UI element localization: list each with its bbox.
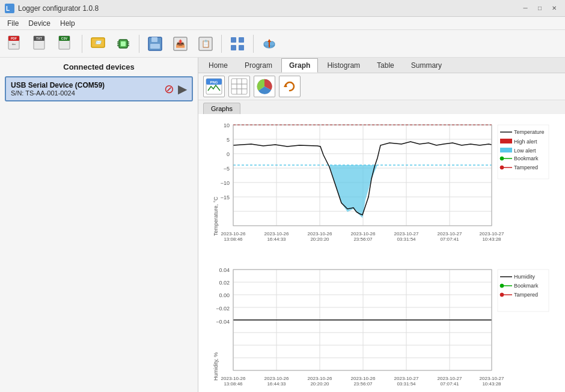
svg-text:−10: −10 <box>221 180 230 186</box>
svg-text:Temperature: Temperature <box>514 129 545 135</box>
svg-text:2023-10-27: 2023-10-27 <box>438 231 462 237</box>
svg-text:2023-10-26: 2023-10-26 <box>221 231 246 237</box>
svg-text:2023-10-27: 2023-10-27 <box>394 231 419 237</box>
svg-text:2023-10-26: 2023-10-26 <box>351 231 376 237</box>
svg-text:03:31:54: 03:31:54 <box>397 381 416 387</box>
pie-chart-btn[interactable] <box>254 76 275 97</box>
grid-btn[interactable] <box>227 33 248 55</box>
svg-rect-29 <box>231 37 236 43</box>
svg-text:Tampered: Tampered <box>514 164 538 170</box>
menu-device[interactable]: Device <box>23 18 55 29</box>
svg-text:10:43:28: 10:43:28 <box>482 381 501 387</box>
toolbar-sep-4 <box>253 35 254 53</box>
svg-text:Temperature, °C: Temperature, °C <box>213 196 219 236</box>
svg-text:10: 10 <box>224 122 230 128</box>
svg-text:2023-10-27: 2023-10-27 <box>438 376 462 381</box>
svg-rect-30 <box>239 37 244 43</box>
export-btn[interactable]: 📤 <box>170 33 191 55</box>
temperature-chart: 10 5 0 −5 −10 −15 <box>203 119 560 259</box>
svg-text:2023-10-27: 2023-10-27 <box>394 376 419 381</box>
svg-rect-41 <box>231 79 247 94</box>
graphs-content[interactable]: 10 5 0 −5 −10 −15 <box>198 114 565 392</box>
sidebar-title: Connected devices <box>5 62 193 71</box>
svg-rect-91 <box>500 139 512 143</box>
import-btn[interactable]: 📨 <box>87 33 109 55</box>
svg-text:07:07:41: 07:07:41 <box>440 381 459 387</box>
csv-btn[interactable]: CSV <box>55 33 77 55</box>
svg-text:20:20:20: 20:20:20 <box>310 237 329 242</box>
window-title: Logger configurator 1.0.8 <box>18 4 519 13</box>
svg-text:High alert: High alert <box>514 139 537 145</box>
humidity-chart: 0.04 0.02 0.00 −0.02 −0.04 Humidity, % 2… <box>203 264 560 392</box>
save-btn[interactable] <box>144 33 166 55</box>
svg-text:2023-10-27: 2023-10-27 <box>480 376 504 381</box>
nav-tabs: Home Program Graph Histogram Table Summa… <box>198 58 565 73</box>
svg-text:16:44:33: 16:44:33 <box>267 237 286 242</box>
svg-text:10:43:28: 10:43:28 <box>482 237 501 242</box>
tab-home[interactable]: Home <box>201 58 236 73</box>
svg-text:13:08:46: 13:08:46 <box>224 237 243 242</box>
svg-text:23:56:07: 23:56:07 <box>353 381 373 387</box>
svg-text:−15: −15 <box>221 194 230 201</box>
svg-rect-15 <box>121 41 126 46</box>
menu-bar: File Device Help <box>0 17 565 30</box>
menu-file[interactable]: File <box>2 18 23 29</box>
svg-text:PNG: PNG <box>210 80 218 84</box>
svg-rect-23 <box>151 37 157 42</box>
close-btn[interactable]: ✕ <box>548 4 560 13</box>
tab-program[interactable]: Program <box>237 58 280 73</box>
svg-text:0.00: 0.00 <box>219 292 230 298</box>
tab-summary[interactable]: Summary <box>403 58 450 73</box>
svg-text:2023-10-26: 2023-10-26 <box>308 376 332 381</box>
device-navigate-icon[interactable]: ▶ <box>178 82 187 96</box>
graphs-tab[interactable]: Graphs <box>203 103 240 114</box>
svg-text:2023-10-26: 2023-10-26 <box>308 231 332 237</box>
svg-text:doc: doc <box>12 43 16 46</box>
svg-text:13:08:46: 13:08:46 <box>224 381 243 387</box>
upload-cloud-btn[interactable] <box>258 33 280 55</box>
svg-rect-93 <box>500 148 512 152</box>
main-container: Connected devices USB Serial Device (COM… <box>0 58 565 392</box>
chip-btn[interactable] <box>112 33 134 55</box>
svg-rect-32 <box>239 45 244 50</box>
device-serial: S/N: TS-AA-001-0024 <box>11 89 164 97</box>
svg-text:Bookmark: Bookmark <box>514 155 539 161</box>
svg-text:0.02: 0.02 <box>219 280 230 286</box>
tab-histogram[interactable]: Histogram <box>319 58 368 73</box>
main-toolbar: PDF doc TXT CSV 📨 <box>0 30 565 58</box>
svg-text:−0.04: −0.04 <box>216 319 230 325</box>
svg-text:📋: 📋 <box>201 39 210 48</box>
svg-text:−5: −5 <box>224 166 230 172</box>
svg-text:Humidity, %: Humidity, % <box>213 352 219 381</box>
svg-text:23:56:07: 23:56:07 <box>353 237 373 242</box>
svg-marker-37 <box>267 39 271 42</box>
minimize-btn[interactable]: ─ <box>519 4 531 13</box>
pdf-btn[interactable]: PDF doc <box>5 33 26 55</box>
svg-text:2023-10-26: 2023-10-26 <box>221 376 246 381</box>
svg-text:2023-10-27: 2023-10-27 <box>480 231 504 237</box>
device-item[interactable]: USB Serial Device (COM59) S/N: TS-AA-001… <box>5 76 193 101</box>
png-export-btn[interactable]: PNG <box>203 76 225 97</box>
svg-text:0.04: 0.04 <box>219 267 230 273</box>
svg-text:TXT: TXT <box>36 37 41 40</box>
sidebar: Connected devices USB Serial Device (COM… <box>0 58 198 392</box>
device-controls: ⊘ ▶ <box>164 82 187 96</box>
svg-rect-24 <box>150 44 160 49</box>
info-btn[interactable]: 📋 <box>195 33 216 55</box>
maximize-btn[interactable]: □ <box>534 4 546 13</box>
txt-btn[interactable]: TXT <box>30 33 52 55</box>
svg-text:L: L <box>6 5 10 12</box>
grid-toggle-btn[interactable] <box>228 76 250 97</box>
refresh-btn[interactable] <box>279 76 301 97</box>
menu-help[interactable]: Help <box>55 18 80 29</box>
svg-text:0: 0 <box>227 151 230 157</box>
content-area: Home Program Graph Histogram Table Summa… <box>198 58 565 392</box>
tab-graph[interactable]: Graph <box>281 58 318 73</box>
svg-text:CSV: CSV <box>61 37 68 40</box>
tab-table[interactable]: Table <box>369 58 402 73</box>
svg-text:03:31:54: 03:31:54 <box>397 237 416 242</box>
svg-text:Low alert: Low alert <box>514 148 536 154</box>
svg-text:📤: 📤 <box>176 38 186 49</box>
svg-text:📨: 📨 <box>94 38 102 46</box>
title-bar: L Logger configurator 1.0.8 ─ □ ✕ <box>0 0 565 17</box>
